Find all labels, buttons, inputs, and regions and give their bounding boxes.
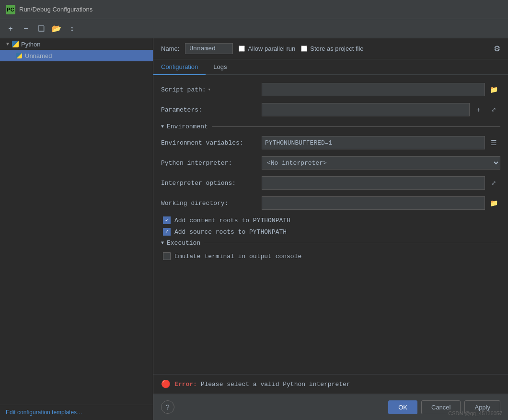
emulate-terminal-row: Emulate terminal in output console — [161, 252, 500, 260]
sidebar-tree: ▼ Python Unnamed — [0, 38, 153, 405]
interpreter-options-control: ⤢ — [262, 176, 500, 190]
interpreter-options-input[interactable] — [262, 176, 485, 190]
env-vars-label: Environment variables: — [161, 139, 257, 147]
environment-section: ▼ Environment — [161, 123, 500, 130]
right-panel: Name: Allow parallel run Store as projec… — [153, 38, 508, 420]
store-as-project-group: Store as project file — [301, 45, 363, 52]
sidebar-group-label: Python — [21, 41, 40, 48]
python-group-icon — [12, 40, 19, 48]
working-directory-row: Working directory: 📁 — [161, 196, 500, 210]
tab-configuration[interactable]: Configuration — [153, 59, 206, 75]
script-path-folder-button[interactable]: 📁 — [487, 83, 500, 96]
store-as-project-checkbox[interactable] — [301, 45, 307, 52]
env-vars-row: Environment variables: ☰ — [161, 136, 500, 149]
sidebar-footer: Edit configuration templates… — [0, 405, 153, 420]
unnamed-icon — [15, 52, 23, 59]
window-title: Run/Debug Configurations — [19, 6, 92, 13]
ok-button[interactable]: OK — [388, 400, 417, 414]
python-interpreter-label: Python interpreter: — [161, 159, 257, 167]
interpreter-options-expand-button[interactable]: ⤢ — [487, 176, 500, 190]
working-directory-control: 📁 — [262, 196, 500, 210]
env-vars-input[interactable] — [262, 136, 485, 149]
edit-templates-link[interactable]: Edit configuration templates… — [6, 409, 82, 416]
watermark: CSDN @qq_45136057 — [448, 410, 502, 416]
add-source-roots-checkbox[interactable]: ✓ — [163, 228, 171, 236]
parameters-row: Parameters: + ⤢ — [161, 103, 500, 116]
copy-button[interactable]: ❑ — [35, 22, 48, 35]
tabs-bar: Configuration Logs — [153, 59, 508, 75]
environment-section-line — [212, 126, 500, 127]
execution-section: ▼ Execution — [161, 239, 500, 247]
interpreter-options-label: Interpreter options: — [161, 180, 257, 187]
env-vars-edit-button[interactable]: ☰ — [487, 136, 500, 149]
error-text: Error: Please select a valid Python inte… — [174, 381, 350, 388]
add-source-roots-row: ✓ Add source roots to PYTHONPATH — [161, 228, 500, 236]
sidebar-group-python[interactable]: ▼ Python — [0, 38, 153, 50]
store-as-project-label: Store as project file — [310, 45, 363, 52]
add-button[interactable]: + — [4, 22, 17, 35]
error-message: Please select a valid Python interpreter — [201, 381, 350, 388]
emulate-terminal-checkbox[interactable] — [163, 252, 171, 260]
execution-collapse-icon[interactable]: ▼ — [161, 240, 164, 246]
emulate-terminal-label: Emulate terminal in output console — [174, 253, 301, 260]
sort-button[interactable]: ↕️ — [65, 22, 79, 35]
script-path-control: 📁 — [262, 83, 500, 96]
working-directory-input[interactable] — [262, 196, 485, 210]
add-content-roots-checkmark: ✓ — [165, 218, 169, 223]
name-bar: Name: Allow parallel run Store as projec… — [153, 38, 508, 59]
env-vars-control: ☰ — [262, 136, 500, 149]
main-layout: ▼ Python Unnamed Edit configuration temp… — [0, 38, 508, 420]
script-path-row: Script path: ▾ 📁 — [161, 83, 500, 96]
script-path-label: Script path: ▾ — [161, 86, 257, 93]
allow-parallel-checkbox[interactable] — [239, 45, 245, 52]
python-interpreter-row: Python interpreter: <No interpreter> — [161, 156, 500, 170]
execution-section-line — [204, 243, 500, 243]
config-content: Script path: ▾ 📁 Parameters: + ⤢ — [153, 75, 508, 374]
error-prefix: Error: — [174, 381, 197, 388]
add-source-roots-checkmark: ✓ — [165, 229, 169, 235]
allow-parallel-group: Allow parallel run — [239, 45, 295, 52]
error-icon: 🔴 — [161, 379, 171, 389]
parameters-expand-button[interactable]: ⤢ — [487, 103, 500, 116]
app-icon: PC — [6, 5, 15, 14]
gear-button[interactable]: ⚙ — [494, 44, 500, 53]
execution-section-title: Execution — [167, 239, 200, 247]
parameters-label: Parameters: — [161, 106, 257, 114]
folder-button[interactable]: 📂 — [50, 22, 63, 35]
add-source-roots-label: Add source roots to PYTHONPATH — [174, 228, 287, 236]
sidebar-item-unnamed[interactable]: Unnamed — [0, 50, 153, 61]
toolbar: + − ❑ 📂 ↕️ — [0, 19, 508, 38]
working-directory-label: Working directory: — [161, 200, 257, 207]
remove-button[interactable]: − — [19, 22, 33, 35]
add-content-roots-label: Add content roots to PYTHONPATH — [174, 217, 290, 224]
tab-logs[interactable]: Logs — [206, 59, 234, 75]
expand-icon: ▼ — [4, 40, 12, 48]
error-bar: 🔴 Error: Please select a valid Python in… — [153, 374, 508, 394]
add-content-roots-row: ✓ Add content roots to PYTHONPATH — [161, 216, 500, 224]
environment-section-title: Environment — [167, 123, 208, 130]
python-interpreter-control: <No interpreter> — [262, 156, 500, 170]
interpreter-options-row: Interpreter options: ⤢ — [161, 176, 500, 190]
name-label: Name: — [161, 45, 179, 52]
working-directory-folder-button[interactable]: 📁 — [487, 196, 500, 210]
environment-collapse-icon[interactable]: ▼ — [161, 124, 164, 129]
sidebar-item-label: Unnamed — [25, 52, 52, 59]
name-input[interactable] — [185, 43, 233, 54]
add-content-roots-checkbox[interactable]: ✓ — [163, 216, 171, 224]
script-path-dropdown-icon[interactable]: ▾ — [208, 87, 211, 92]
parameters-input[interactable] — [262, 103, 470, 116]
sidebar: ▼ Python Unnamed Edit configuration temp… — [0, 38, 153, 420]
python-interpreter-select[interactable]: <No interpreter> — [262, 156, 500, 170]
parameters-add-button[interactable]: + — [472, 103, 485, 116]
help-button[interactable]: ? — [161, 400, 174, 414]
title-bar: PC Run/Debug Configurations — [0, 0, 508, 19]
allow-parallel-label: Allow parallel run — [248, 45, 295, 52]
parameters-control: + ⤢ — [262, 103, 500, 116]
script-path-input[interactable] — [262, 83, 485, 96]
